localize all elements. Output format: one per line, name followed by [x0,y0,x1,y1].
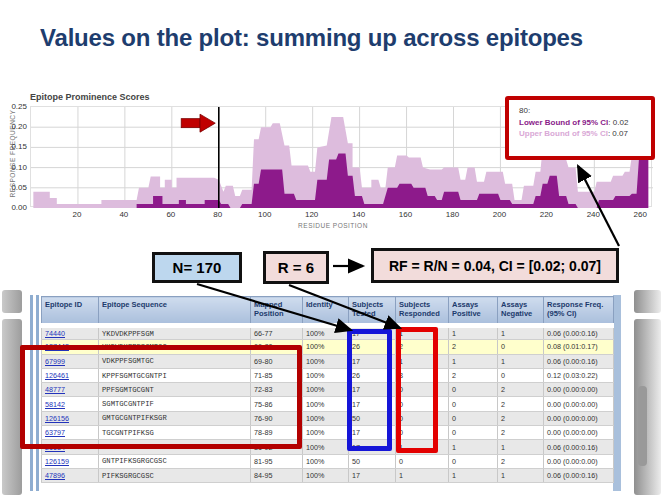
cell: 81-95 [251,454,303,468]
x-tick-label: 80 [205,210,231,219]
cell: 0.06 (0.00:0.16) [544,468,614,482]
tooltip-upper-value: : 0.07 [608,129,628,138]
right-gray-bar-top [634,290,661,313]
x-tick-label: 220 [533,210,559,219]
tooltip-upper-label: Upper Bound of 95% CI [519,129,608,138]
cell: 2 [449,340,498,354]
cell-epitope-id: 126159 [42,454,99,468]
column-header[interactable]: Response Freq. (95% CI) [544,297,614,326]
column-header[interactable]: Epitope ID [42,297,99,326]
cell: 1 [498,354,544,368]
y-tick-label: 0.20 [2,122,27,131]
cell: 0 [449,454,498,468]
cell-epitope-id: 47896 [42,468,99,482]
x-tick-label: 180 [439,210,465,219]
x-tick-label: 40 [111,210,137,219]
epitope-id-link[interactable]: 74440 [45,329,65,338]
table-row: 126159GNTPIFKSGRGCGSC81-95100%500020.00 … [42,454,614,468]
left-gray-bar-bottom [2,319,22,495]
table-row: 47896PIFKSGRGCGSC84-95100%171110.06 (0.0… [42,468,614,482]
chart-title: Epitope Prominence Scores [30,92,150,102]
cell: 0.12 (0.03:0.22) [544,368,614,382]
cell-sequence: YKDVDKPPFSGM [99,326,251,340]
y-tick-label: 0.15 [2,142,27,151]
cell: 84-95 [251,468,303,482]
x-tick-label: 100 [252,210,278,219]
column-header[interactable]: Mapped Position [251,297,303,326]
cell: 2 [498,397,544,411]
cell: 1 [449,354,498,368]
r-annotation-box: R = 6 [263,251,329,284]
cell: 0.06 (0.00:0.16) [544,326,614,340]
slide-title: Values on the plot: summing up across ep… [40,24,640,52]
x-tick-label: 260 [627,210,653,219]
cell: 0.00 (0.00:0.00) [544,397,614,411]
x-axis-label: RESIDUE POSITION [240,222,426,229]
x-tick-label: 240 [580,210,606,219]
column-header[interactable]: Subjects Responded [396,297,449,326]
cell: 100% [303,354,349,368]
table-row: 74440YKDVDKPPFSGM66-77100%171110.06 (0.0… [42,326,614,340]
tooltip-lower-line: Lower Bound of 95% CI: 0.02 [519,117,644,129]
epitope-id-link[interactable]: 126159 [45,457,69,466]
epitope-id-link[interactable]: 47896 [45,471,65,480]
column-header[interactable]: Identity [303,297,349,326]
x-tick-label: 60 [158,210,184,219]
cell: 2 [498,383,544,397]
y-tick-label: 0.00 [2,203,27,212]
tooltip-lower-value: : 0.02 [608,118,628,127]
cell: 2 [449,368,498,382]
cell-sequence: PIFKSGRGCGSC [99,468,251,482]
x-tick-label: 140 [346,210,372,219]
blue-frame-subjects-tested [347,329,392,451]
cell-sequence: GNTPIFKSGRGCGSC [99,454,251,468]
cell: 100% [303,411,349,425]
column-header[interactable]: Assays Negative [498,297,544,326]
x-tick-label: 120 [299,210,325,219]
cell: 1 [498,326,544,340]
cell: 1 [396,468,449,482]
scrollbar-thumb[interactable] [638,386,647,466]
cell: 0.00 (0.00:0.00) [544,454,614,468]
y-tick-label: 0.25 [2,102,27,111]
cell: 0 [449,383,498,397]
column-header[interactable]: Assays Positive [449,297,498,326]
y-tick-label: 0.10 [2,163,27,172]
cell: 100% [303,426,349,440]
cell: 100% [303,326,349,340]
cell: 17 [349,468,396,482]
tooltip-upper-line: Upper Bound of 95% CI: 0.07 [519,128,644,140]
left-gray-bar-top [2,290,22,313]
cell: 100% [303,368,349,382]
red-frame-epitope-rows [20,345,302,449]
cell: 2 [498,426,544,440]
cell: 0 [449,426,498,440]
column-header[interactable]: Subjects Tested [349,297,396,326]
column-header[interactable]: Epitope Sequence [99,297,251,326]
table-right-border [613,295,621,491]
cell: 0.00 (0.00:0.00) [544,411,614,425]
cell: 100% [303,468,349,482]
cell: 100% [303,397,349,411]
cell: 0.06 (0.00:0.16) [544,440,614,454]
red-frame-subjects-responded [396,327,438,453]
cell: 1 [498,440,544,454]
cell: 0.08 (0.01:0.17) [544,340,614,354]
rf-annotation-box: RF = R/N = 0.04, CI = [0.02; 0.07] [371,248,619,283]
cell: 0.06 (0.00:0.16) [544,354,614,368]
cell: 2 [498,454,544,468]
cell: 1 [498,468,544,482]
cell: 0 [498,368,544,382]
cell: 66-77 [251,326,303,340]
tooltip-position: 80: [519,105,644,117]
cell: 2 [498,411,544,425]
cell: 100% [303,340,349,354]
cell: 100% [303,440,349,454]
cell: 0 [498,340,544,354]
slide: Values on the plot: summing up across ep… [0,0,666,500]
cell: 0 [449,397,498,411]
cell: 1 [449,326,498,340]
cell: 0.00 (0.00:0.00) [544,383,614,397]
chart-tooltip: 80: Lower Bound of 95% CI: 0.02 Upper Bo… [505,96,655,160]
tooltip-lower-label: Lower Bound of 95% CI [519,118,608,127]
